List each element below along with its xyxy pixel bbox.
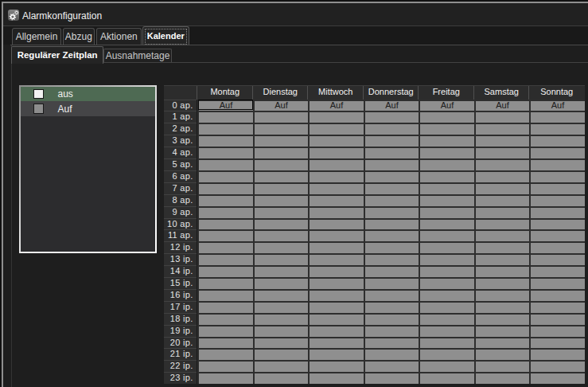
schedule-cell-r23-c0[interactable] (199, 373, 253, 384)
schedule-cell-r12-c4[interactable] (420, 243, 474, 253)
schedule-cell-r15-c1[interactable] (255, 279, 308, 289)
schedule-cell-r8-c3[interactable] (365, 196, 419, 206)
schedule-cell-r16-c6[interactable] (531, 291, 585, 301)
schedule-cell-r11-c4[interactable] (420, 231, 474, 241)
schedule-cell-r23-c3[interactable] (365, 373, 419, 384)
tab-kalender[interactable]: Kalender (142, 26, 190, 45)
schedule-cell-r6-c6[interactable] (531, 172, 585, 182)
schedule-cell-r7-c1[interactable] (255, 184, 308, 194)
schedule-cell-r20-c5[interactable] (476, 338, 529, 348)
schedule-cell-r7-c5[interactable] (476, 184, 529, 194)
schedule-cell-r16-c1[interactable] (255, 291, 308, 301)
schedule-cell-r17-c1[interactable] (255, 303, 308, 313)
schedule-cell-r15-c5[interactable] (476, 279, 529, 289)
schedule-cell-r3-c4[interactable] (420, 136, 474, 147)
schedule-cell-r10-c2[interactable] (310, 220, 364, 229)
schedule-cell-r0-c4[interactable]: Auf (420, 101, 474, 111)
schedule-cell-r0-c5[interactable]: Auf (476, 101, 529, 111)
schedule-cell-r0-c6[interactable]: Auf (531, 101, 585, 111)
schedule-cell-r11-c6[interactable] (531, 231, 585, 241)
schedule-cell-r4-c2[interactable] (310, 148, 364, 158)
schedule-cell-r17-c6[interactable] (531, 303, 585, 313)
schedule-cell-r19-c4[interactable] (420, 326, 474, 337)
schedule-cell-r20-c6[interactable] (531, 338, 585, 348)
schedule-cell-r21-c5[interactable] (476, 350, 529, 360)
schedule-cell-r16-c3[interactable] (365, 291, 419, 301)
schedule-cell-r2-c4[interactable] (420, 124, 474, 135)
schedule-cell-r19-c2[interactable] (310, 326, 364, 337)
schedule-cell-r2-c1[interactable] (255, 124, 308, 135)
schedule-cell-r6-c4[interactable] (420, 172, 474, 182)
schedule-cell-r6-c3[interactable] (365, 172, 419, 182)
schedule-cell-r14-c5[interactable] (476, 267, 529, 277)
schedule-cell-r13-c1[interactable] (255, 255, 308, 265)
schedule-cell-r21-c3[interactable] (365, 350, 419, 360)
tab-allgemein[interactable]: Allgemein (12, 28, 61, 45)
schedule-cell-r23-c4[interactable] (420, 373, 474, 384)
subtab-regular-schedule[interactable]: Regulärer Zeitplan (11, 46, 103, 64)
schedule-cell-r4-c0[interactable] (199, 148, 253, 158)
schedule-cell-r10-c5[interactable] (476, 220, 529, 229)
schedule-cell-r0-c2[interactable]: Auf (310, 101, 364, 111)
schedule-cell-r10-c4[interactable] (420, 220, 474, 229)
schedule-cell-r21-c6[interactable] (531, 350, 585, 360)
schedule-cell-r21-c1[interactable] (255, 350, 308, 360)
schedule-cell-r22-c1[interactable] (255, 362, 308, 372)
schedule-cell-r3-c3[interactable] (365, 136, 419, 147)
schedule-cell-r13-c5[interactable] (476, 255, 529, 265)
schedule-cell-r12-c3[interactable] (365, 243, 419, 253)
list-item-aus[interactable]: aus (21, 87, 155, 101)
schedule-cell-r22-c6[interactable] (531, 362, 585, 372)
schedule-cell-r23-c6[interactable] (531, 373, 585, 384)
schedule-cell-r1-c0[interactable] (199, 112, 253, 123)
schedule-cell-r8-c2[interactable] (310, 196, 364, 206)
schedule-cell-r20-c2[interactable] (310, 338, 364, 348)
tab-abzug[interactable]: Abzug (63, 28, 95, 45)
schedule-cell-r18-c1[interactable] (255, 315, 308, 325)
schedule-cell-r8-c4[interactable] (420, 196, 474, 206)
schedule-cell-r17-c0[interactable] (199, 303, 253, 313)
schedule-cell-r9-c3[interactable] (365, 208, 419, 218)
schedule-cell-r23-c2[interactable] (310, 373, 364, 384)
schedule-cell-r8-c0[interactable] (199, 196, 253, 206)
schedule-cell-r18-c4[interactable] (420, 315, 474, 325)
schedule-cell-r21-c2[interactable] (310, 350, 364, 360)
schedule-cell-r7-c0[interactable] (199, 184, 253, 194)
schedule-cell-r4-c3[interactable] (365, 148, 419, 158)
schedule-cell-r22-c2[interactable] (310, 362, 364, 372)
schedule-cell-r19-c6[interactable] (531, 326, 585, 337)
schedule-cell-r11-c2[interactable] (310, 231, 364, 241)
schedule-cell-r12-c1[interactable] (255, 243, 308, 253)
schedule-cell-r18-c5[interactable] (476, 315, 529, 325)
schedule-cell-r9-c6[interactable] (531, 208, 585, 218)
schedule-cell-r14-c0[interactable] (199, 267, 253, 277)
schedule-cell-r10-c1[interactable] (255, 220, 308, 229)
schedule-cell-r5-c3[interactable] (365, 160, 419, 170)
schedule-cell-r11-c3[interactable] (365, 231, 419, 241)
schedule-cell-r14-c1[interactable] (255, 267, 308, 277)
schedule-cell-r20-c4[interactable] (420, 338, 474, 348)
schedule-cell-r22-c4[interactable] (420, 362, 474, 372)
schedule-cell-r18-c0[interactable] (199, 315, 253, 325)
schedule-cell-r6-c5[interactable] (476, 172, 529, 182)
schedule-cell-r4-c4[interactable] (420, 148, 474, 158)
schedule-cell-r14-c4[interactable] (420, 267, 474, 277)
schedule-cell-r14-c3[interactable] (365, 267, 419, 277)
schedule-cell-r23-c5[interactable] (476, 373, 529, 384)
schedule-cell-r12-c2[interactable] (310, 243, 364, 253)
schedule-cell-r15-c6[interactable] (531, 279, 585, 289)
schedule-cell-r6-c1[interactable] (255, 172, 308, 182)
schedule-cell-r7-c3[interactable] (365, 184, 419, 194)
schedule-cell-r0-c1[interactable]: Auf (255, 101, 308, 111)
schedule-cell-r5-c1[interactable] (255, 160, 308, 170)
schedule-cell-r19-c1[interactable] (255, 326, 308, 337)
schedule-cell-r16-c2[interactable] (310, 291, 364, 301)
schedule-cell-r2-c5[interactable] (476, 124, 529, 135)
schedule-cell-r7-c4[interactable] (420, 184, 474, 194)
schedule-cell-r13-c2[interactable] (310, 255, 364, 265)
schedule-cell-r17-c2[interactable] (310, 303, 364, 313)
schedule-cell-r8-c1[interactable] (255, 196, 308, 206)
schedule-cell-r11-c1[interactable] (255, 231, 308, 241)
schedule-cell-r7-c6[interactable] (531, 184, 585, 194)
schedule-cell-r2-c3[interactable] (365, 124, 419, 135)
